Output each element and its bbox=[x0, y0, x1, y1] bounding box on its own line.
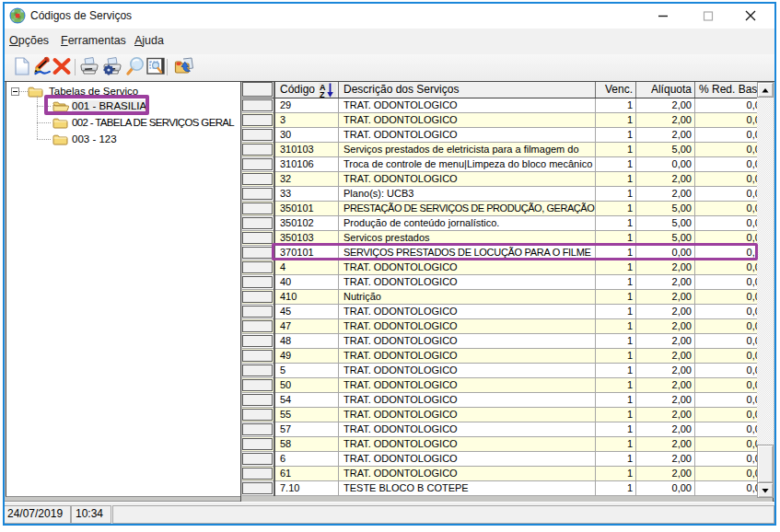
svg-text:Z: Z bbox=[320, 90, 325, 98]
